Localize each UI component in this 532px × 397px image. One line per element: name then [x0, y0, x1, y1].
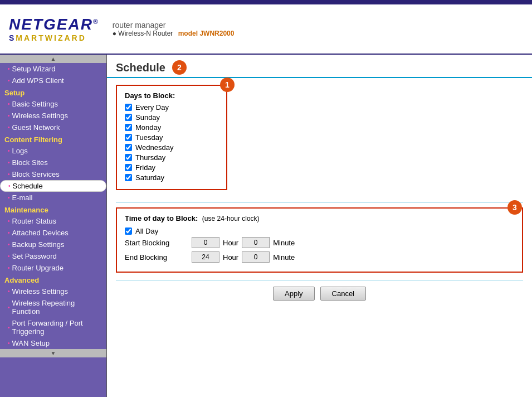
logo-area: NETGEAR® SMARTWIZARD [9, 16, 99, 42]
step-badge-1: 1 [220, 78, 235, 92]
sidebar-label: Guest Network [12, 123, 60, 132]
apply-button[interactable]: Apply [273, 287, 315, 301]
end-minute-label: Minute [273, 253, 295, 262]
step-badge-3: 3 [507, 200, 522, 215]
thursday-label: Thursday [135, 153, 165, 162]
start-minute-input[interactable] [242, 237, 270, 248]
page-title: Schedule [116, 61, 165, 74]
brand-text: NETGEAR [9, 16, 93, 33]
sidebar-item-port-forwarding[interactable]: • Port Forwarding / Port Triggering [0, 317, 106, 337]
every-day-checkbox[interactable] [125, 104, 132, 111]
day-saturday-row: Saturday [125, 173, 218, 182]
sidebar-label: Attached Devices [12, 229, 69, 237]
sidebar-item-router-status[interactable]: • Router Status [0, 215, 106, 227]
sidebar-label: Logs [12, 147, 28, 155]
end-hour-input[interactable] [192, 251, 219, 263]
sidebar-item-guest-network[interactable]: • Guest Network [0, 122, 106, 133]
wednesday-label: Wednesday [135, 143, 173, 152]
days-to-block-label: Days to Block: [125, 91, 218, 100]
sunday-checkbox[interactable] [125, 114, 132, 121]
day-monday-row: Monday [125, 123, 218, 132]
sidebar-item-wireless-settings-adv[interactable]: • Wireless Settings [0, 285, 106, 297]
monday-checkbox[interactable] [125, 124, 132, 131]
content-filtering-header: Content Filtering [0, 133, 106, 145]
smartwizard-text: MARTWIZARD [16, 33, 86, 42]
sidebar-item-basic-settings[interactable]: • Basic Settings [0, 98, 106, 110]
wednesday-checkbox[interactable] [125, 144, 132, 151]
sidebar-label: Wireless Settings [12, 112, 68, 120]
end-minute-input[interactable] [242, 251, 270, 263]
sidebar-label: Schedule [13, 182, 43, 190]
sidebar-label: Basic Settings [12, 100, 58, 108]
sidebar-item-setup-wizard[interactable]: • Setup Wizard [0, 63, 106, 75]
days-to-block-wrapper: 1 Days to Block: Every Day Sunday Monday [116, 85, 227, 198]
all-day-label: All Day [135, 227, 158, 235]
divider-2 [116, 280, 523, 281]
day-every-day-row: Every Day [125, 103, 218, 112]
all-day-row: All Day [125, 227, 514, 235]
sidebar-label: Backup Settings [12, 240, 65, 249]
sidebar-label: Router Status [12, 217, 57, 225]
saturday-checkbox[interactable] [125, 174, 132, 181]
router-info: router manager ● Wireless-N Router model… [113, 21, 235, 37]
sidebar: ▲ • Setup Wizard • Add WPS Client Setup … [0, 55, 107, 397]
days-to-block-section: Days to Block: Every Day Sunday Monday [116, 85, 227, 190]
bullet-icon: • [8, 304, 10, 311]
sidebar-item-set-password[interactable]: • Set Password [0, 250, 106, 262]
sidebar-item-wireless-repeating[interactable]: • Wireless Repeating Function [0, 297, 106, 317]
divider-1 [116, 202, 523, 203]
sidebar-item-email[interactable]: • E-mail [0, 192, 106, 204]
sidebar-label: Wireless Repeating Function [12, 299, 102, 316]
page-title-bar: Schedule 2 [107, 55, 532, 78]
time-block-label: Time of day to Block: (use 24-hour clock… [125, 214, 514, 222]
cancel-button[interactable]: Cancel [320, 287, 366, 301]
sidebar-label: Wireless Settings [12, 287, 68, 296]
bullet-icon: • [8, 159, 10, 166]
bullet-icon: • [8, 195, 10, 201]
sidebar-item-schedule[interactable]: • Schedule [0, 180, 106, 192]
day-thursday-row: Thursday [125, 153, 218, 162]
sidebar-item-block-sites[interactable]: • Block Sites [0, 157, 106, 168]
start-blocking-label: Start Blocking [125, 239, 192, 247]
sidebar-item-wan-setup[interactable]: • WAN Setup [0, 337, 106, 349]
sunday-label: Sunday [135, 113, 160, 122]
friday-checkbox[interactable] [125, 164, 132, 171]
tuesday-label: Tuesday [135, 133, 163, 142]
friday-label: Friday [135, 163, 155, 172]
time-block-hint: (use 24-hour clock) [202, 215, 260, 222]
sidebar-label: Setup Wizard [12, 65, 56, 73]
tuesday-checkbox[interactable] [125, 134, 132, 141]
router-manager-label: router manager [113, 21, 235, 30]
router-model: model JWNR2000 [178, 30, 235, 37]
sidebar-scroll-up[interactable]: ▲ [0, 55, 106, 63]
bullet-icon: • [8, 218, 10, 224]
bullet-icon: • [8, 113, 10, 119]
start-hour-input[interactable] [192, 237, 219, 248]
thursday-checkbox[interactable] [125, 154, 132, 161]
sidebar-item-wireless-settings-setup[interactable]: • Wireless Settings [0, 110, 106, 122]
sidebar-label: Port Forwarding / Port Triggering [12, 319, 102, 336]
bullet-icon: • [8, 340, 10, 346]
bullet-icon: • [8, 183, 11, 189]
sidebar-item-backup-settings[interactable]: • Backup Settings [0, 239, 106, 250]
sidebar-item-router-upgrade[interactable]: • Router Upgrade [0, 262, 106, 274]
netgear-logo: NETGEAR® [9, 16, 99, 33]
smartwizard-logo: SMARTWIZARD [9, 33, 99, 42]
sidebar-item-attached-devices[interactable]: • Attached Devices [0, 227, 106, 239]
bullet-icon: • [8, 288, 10, 294]
start-blocking-row: Start Blocking Hour Minute [125, 237, 514, 248]
end-blocking-label: End Blocking [125, 253, 192, 262]
step-badge-2: 2 [172, 60, 187, 75]
saturday-label: Saturday [135, 173, 164, 182]
bullet-icon: • [8, 241, 10, 248]
all-day-checkbox[interactable] [125, 227, 132, 235]
sidebar-label: Block Services [12, 170, 60, 178]
sidebar-item-block-services[interactable]: • Block Services [0, 168, 106, 180]
end-hour-label: Hour [223, 253, 238, 262]
router-type: Wireless-N Router [118, 30, 173, 37]
bullet-icon: • [8, 66, 10, 72]
sidebar-scroll-down[interactable]: ▼ [0, 349, 106, 357]
sidebar-item-logs[interactable]: • Logs [0, 145, 106, 157]
bullet-icon: • [8, 265, 10, 271]
sidebar-item-add-wps-client[interactable]: • Add WPS Client [0, 75, 106, 86]
